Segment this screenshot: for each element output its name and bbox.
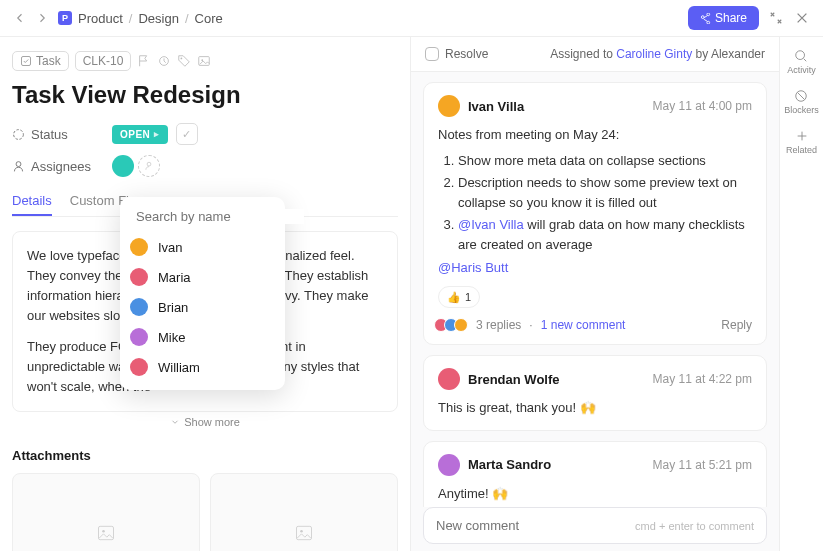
share-button[interactable]: Share	[688, 6, 759, 30]
new-comment-link[interactable]: 1 new comment	[541, 318, 626, 332]
breadcrumb-item[interactable]: Product	[78, 11, 123, 26]
assignee-dropdown[interactable]: IvanMariaBrianMikeWilliam	[120, 197, 285, 390]
breadcrumb-item[interactable]: Core	[195, 11, 223, 26]
add-assignee-button[interactable]	[138, 155, 160, 177]
rail-blockers[interactable]: Blockers	[784, 89, 819, 115]
side-rail: Activity Blockers Related	[779, 37, 823, 551]
breadcrumb-sep: /	[185, 11, 189, 26]
replies-count[interactable]: 3 replies	[476, 318, 521, 332]
assignee-option[interactable]: Ivan	[120, 232, 285, 262]
avatar	[130, 358, 148, 376]
new-comment-field[interactable]	[436, 518, 635, 533]
resolve-checkbox[interactable]	[425, 47, 439, 61]
assignee-option[interactable]: Maria	[120, 262, 285, 292]
nav-back[interactable]	[12, 10, 28, 26]
tab-details[interactable]: Details	[12, 187, 52, 216]
svg-point-2	[181, 58, 183, 60]
share-label: Share	[715, 11, 747, 25]
close-icon[interactable]	[793, 9, 811, 27]
svg-point-6	[16, 161, 21, 166]
task-pane: Task CLK-10 Task View Redesign Status OP…	[0, 37, 410, 551]
attachments-title: Attachments	[12, 448, 398, 463]
breadcrumb-item[interactable]: Design	[138, 11, 178, 26]
resolve-bar: Resolve Assigned to Caroline Ginty by Al…	[411, 37, 779, 72]
comment-card: Ivan Villa May 11 at 4:00 pm Notes from …	[423, 82, 767, 345]
avatar	[130, 268, 148, 286]
assignee-option[interactable]: Brian	[120, 292, 285, 322]
checkbox-icon	[20, 55, 32, 67]
task-type-chip[interactable]: Task	[12, 51, 69, 71]
resolve-label[interactable]: Resolve	[445, 47, 488, 61]
assigned-to-name[interactable]: Caroline Ginty	[616, 47, 692, 61]
svg-rect-10	[297, 526, 312, 539]
avatar[interactable]	[438, 368, 460, 390]
assignee-option-label: William	[158, 360, 200, 375]
task-id-label: CLK-10	[83, 54, 124, 68]
avatar[interactable]	[438, 454, 460, 476]
svg-point-7	[147, 162, 151, 166]
avatar	[130, 328, 148, 346]
breadcrumb-sep: /	[129, 11, 133, 26]
collapse-icon[interactable]	[767, 9, 785, 27]
assignee-avatar[interactable]	[112, 155, 134, 177]
repliers-avatars[interactable]	[438, 318, 468, 332]
related-icon	[795, 129, 809, 143]
attachment-slot[interactable]	[210, 473, 398, 551]
svg-point-13	[796, 51, 805, 60]
attachment-slot[interactable]	[12, 473, 200, 551]
assignee-option[interactable]: Mike	[120, 322, 285, 352]
show-more-button[interactable]: Show more	[12, 412, 398, 432]
mention[interactable]: @Haris Butt	[438, 258, 752, 278]
blockers-icon	[794, 89, 808, 103]
tag-icon[interactable]	[177, 54, 191, 68]
flag-icon[interactable]	[137, 54, 151, 68]
task-type-label: Task	[36, 54, 61, 68]
svg-point-5	[14, 129, 24, 139]
comment-time: May 11 at 4:22 pm	[653, 372, 752, 386]
reaction-chip[interactable]: 👍1	[438, 286, 480, 309]
chevron-down-icon	[170, 417, 180, 427]
breadcrumb[interactable]: P Product / Design / Core	[58, 11, 223, 26]
comment-author[interactable]: Ivan Villa	[468, 99, 524, 114]
rail-activity[interactable]: Activity	[787, 49, 816, 75]
project-icon: P	[58, 11, 72, 25]
status-badge[interactable]: OPEN▸	[112, 125, 168, 144]
mention[interactable]: @Ivan Villa	[458, 217, 524, 232]
assignee-option-label: Brian	[158, 300, 188, 315]
comment-card: Brendan Wolfe May 11 at 4:22 pm This is …	[423, 355, 767, 431]
topbar: P Product / Design / Core Share	[0, 0, 823, 37]
assignee-option[interactable]: William	[120, 352, 285, 382]
assignee-option-label: Ivan	[158, 240, 183, 255]
avatar[interactable]	[438, 95, 460, 117]
nav-forward[interactable]	[34, 10, 50, 26]
new-comment-input[interactable]: cmd + enter to comment	[423, 507, 767, 544]
rail-related[interactable]: Related	[786, 129, 817, 155]
assigned-text: Assigned to Caroline Ginty by Alexander	[550, 47, 765, 61]
assignee-search-input[interactable]	[136, 209, 304, 224]
task-title[interactable]: Task View Redesign	[12, 81, 398, 109]
svg-point-9	[102, 530, 105, 533]
person-icon	[12, 160, 25, 173]
image-icon[interactable]	[197, 54, 211, 68]
keyboard-hint: cmd + enter to comment	[635, 520, 754, 532]
assignee-option-label: Maria	[158, 270, 191, 285]
comment-author[interactable]: Marta Sandro	[468, 457, 551, 472]
comment-body: Anytime! 🙌	[438, 484, 752, 504]
svg-rect-0	[22, 57, 31, 66]
assignees-label: Assignees	[12, 159, 112, 174]
status-label: Status	[12, 127, 112, 142]
comment-time: May 11 at 4:00 pm	[653, 99, 752, 113]
search-icon	[794, 49, 808, 63]
watch-icon[interactable]	[157, 54, 171, 68]
share-icon	[700, 13, 711, 24]
image-placeholder-icon	[294, 523, 314, 543]
comments-pane: Resolve Assigned to Caroline Ginty by Al…	[410, 37, 779, 551]
comment-time: May 11 at 5:21 pm	[653, 458, 752, 472]
svg-point-11	[300, 530, 303, 533]
avatar	[130, 298, 148, 316]
avatar	[130, 238, 148, 256]
task-id-chip[interactable]: CLK-10	[75, 51, 132, 71]
comment-author[interactable]: Brendan Wolfe	[468, 372, 560, 387]
complete-button[interactable]: ✓	[176, 123, 198, 145]
reply-button[interactable]: Reply	[721, 318, 752, 332]
